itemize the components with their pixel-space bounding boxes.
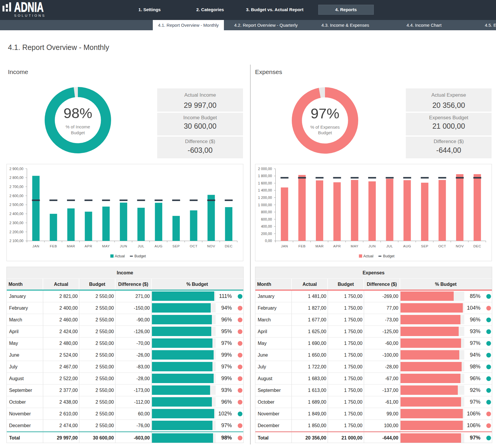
- svg-text:MAR: MAR: [315, 244, 324, 248]
- svg-text:NOV: NOV: [207, 244, 215, 248]
- svg-text:JUN: JUN: [368, 244, 376, 248]
- svg-text:Budget: Budget: [135, 254, 146, 258]
- svg-text:600,00: 600,00: [261, 217, 272, 222]
- svg-text:FEB: FEB: [50, 244, 57, 248]
- svg-text:OCT: OCT: [438, 244, 446, 248]
- svg-text:AUG: AUG: [403, 244, 411, 248]
- svg-text:2 500,00: 2 500,00: [9, 203, 24, 207]
- svg-text:JAN: JAN: [32, 244, 39, 248]
- svg-text:DEC: DEC: [225, 244, 233, 248]
- svg-text:2 700,00: 2 700,00: [9, 185, 24, 189]
- svg-text:400,00: 400,00: [261, 224, 272, 229]
- svg-text:Actual: Actual: [363, 254, 373, 258]
- svg-text:2 900,00: 2 900,00: [9, 167, 24, 171]
- svg-text:JUL: JUL: [138, 244, 145, 248]
- svg-text:1 000,00: 1 000,00: [258, 203, 272, 207]
- svg-text:2 300,00: 2 300,00: [9, 221, 24, 225]
- svg-text:2 200,00: 2 200,00: [9, 230, 24, 234]
- svg-text:APR: APR: [333, 244, 341, 248]
- svg-text:JAN: JAN: [281, 244, 288, 248]
- svg-text:Budget: Budget: [383, 254, 395, 258]
- svg-text:SEP: SEP: [421, 244, 428, 248]
- svg-text:2 600,00: 2 600,00: [9, 194, 24, 198]
- svg-text:1 400,00: 1 400,00: [258, 188, 272, 192]
- svg-text:AUG: AUG: [155, 244, 162, 248]
- svg-text:800,00: 800,00: [261, 210, 272, 214]
- svg-text:JUL: JUL: [386, 244, 393, 248]
- svg-text:OCT: OCT: [190, 244, 198, 248]
- svg-text:1 800,00: 1 800,00: [258, 174, 272, 178]
- svg-text:2 800,00: 2 800,00: [9, 176, 24, 180]
- svg-text:2 400,00: 2 400,00: [9, 212, 24, 216]
- svg-text:Actual: Actual: [115, 254, 125, 258]
- svg-text:2 000,00: 2 000,00: [258, 167, 272, 171]
- svg-text:MAY: MAY: [351, 244, 359, 248]
- svg-text:FEB: FEB: [298, 244, 306, 248]
- svg-text:APR: APR: [85, 244, 92, 248]
- svg-text:1 200,00: 1 200,00: [258, 196, 272, 200]
- svg-text:1 600,00: 1 600,00: [258, 181, 272, 185]
- svg-text:DEC: DEC: [473, 244, 481, 248]
- svg-text:200,00: 200,00: [261, 232, 272, 236]
- svg-text:2 100,00: 2 100,00: [9, 239, 24, 243]
- svg-text:SEP: SEP: [172, 244, 180, 248]
- svg-text:MAR: MAR: [67, 244, 75, 248]
- svg-text:MAY: MAY: [102, 244, 110, 248]
- svg-text:JUN: JUN: [120, 244, 127, 248]
- svg-text:0,00: 0,00: [265, 239, 272, 243]
- svg-text:NOV: NOV: [456, 244, 464, 248]
